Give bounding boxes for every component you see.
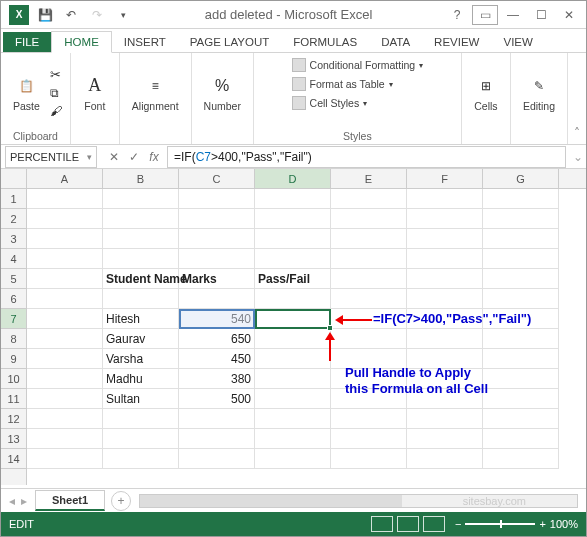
cell-D8[interactable]: [255, 329, 331, 349]
sheet-nav[interactable]: ◂▸: [1, 494, 35, 508]
row-header-3[interactable]: 3: [1, 229, 26, 249]
cell-G2[interactable]: [483, 209, 559, 229]
cell-E8[interactable]: [331, 329, 407, 349]
cell-A4[interactable]: [27, 249, 103, 269]
cell-A14[interactable]: [27, 449, 103, 469]
cell-F4[interactable]: [407, 249, 483, 269]
cell-G12[interactable]: [483, 409, 559, 429]
cell-B7[interactable]: Hitesh: [103, 309, 179, 329]
cell-B4[interactable]: [103, 249, 179, 269]
cell-B5[interactable]: Student Name: [103, 269, 179, 289]
cell-E11[interactable]: [331, 389, 407, 409]
horizontal-scrollbar[interactable]: [139, 494, 578, 508]
maximize-button[interactable]: ☐: [528, 5, 554, 25]
cell-F5[interactable]: [407, 269, 483, 289]
col-header-B[interactable]: B: [103, 169, 179, 188]
cell-G1[interactable]: [483, 189, 559, 209]
cell-A9[interactable]: [27, 349, 103, 369]
cell-G10[interactable]: [483, 369, 559, 389]
col-header-C[interactable]: C: [179, 169, 255, 188]
tab-insert[interactable]: INSERT: [112, 32, 178, 52]
cell-B12[interactable]: [103, 409, 179, 429]
cell-G5[interactable]: [483, 269, 559, 289]
cell-F1[interactable]: [407, 189, 483, 209]
cell-D7[interactable]: =IF(C7>400: [255, 309, 331, 329]
cell-A1[interactable]: [27, 189, 103, 209]
zoom-out-icon[interactable]: −: [455, 518, 461, 530]
cell-B13[interactable]: [103, 429, 179, 449]
cell-E5[interactable]: [331, 269, 407, 289]
cell-A2[interactable]: [27, 209, 103, 229]
row-header-6[interactable]: 6: [1, 289, 26, 309]
qat-dropdown-icon[interactable]: ▾: [113, 5, 133, 25]
cell-A7[interactable]: [27, 309, 103, 329]
cell-G7[interactable]: [483, 309, 559, 329]
cancel-formula-icon[interactable]: ✕: [105, 150, 123, 164]
cell-F2[interactable]: [407, 209, 483, 229]
col-header-F[interactable]: F: [407, 169, 483, 188]
cell-A13[interactable]: [27, 429, 103, 449]
cell-styles-button[interactable]: Cell Styles▾: [290, 95, 370, 111]
cell-B1[interactable]: [103, 189, 179, 209]
cell-F9[interactable]: [407, 349, 483, 369]
paste-button[interactable]: 📋 Paste: [9, 72, 44, 114]
cell-D13[interactable]: [255, 429, 331, 449]
cell-G4[interactable]: [483, 249, 559, 269]
row-header-1[interactable]: 1: [1, 189, 26, 209]
cell-E4[interactable]: [331, 249, 407, 269]
enter-formula-icon[interactable]: ✓: [125, 150, 143, 164]
row-header-9[interactable]: 9: [1, 349, 26, 369]
cell-F13[interactable]: [407, 429, 483, 449]
col-header-G[interactable]: G: [483, 169, 559, 188]
tab-home[interactable]: HOME: [51, 31, 112, 53]
cell-D10[interactable]: [255, 369, 331, 389]
cell-C3[interactable]: [179, 229, 255, 249]
row-header-4[interactable]: 4: [1, 249, 26, 269]
cell-G11[interactable]: [483, 389, 559, 409]
cell-A5[interactable]: [27, 269, 103, 289]
cell-G13[interactable]: [483, 429, 559, 449]
row-header-12[interactable]: 12: [1, 409, 26, 429]
pagebreak-view-button[interactable]: [423, 516, 445, 532]
format-as-table-button[interactable]: Format as Table▾: [290, 76, 395, 92]
tab-review[interactable]: REVIEW: [422, 32, 491, 52]
cell-E12[interactable]: [331, 409, 407, 429]
cell-E1[interactable]: [331, 189, 407, 209]
zoom-slider[interactable]: [465, 523, 535, 525]
new-sheet-button[interactable]: +: [111, 491, 131, 511]
cell-G6[interactable]: [483, 289, 559, 309]
cell-F14[interactable]: [407, 449, 483, 469]
cell-D5[interactable]: Pass/Fail: [255, 269, 331, 289]
cut-icon[interactable]: ✂: [50, 67, 62, 82]
zoom-control[interactable]: − + 100%: [455, 518, 578, 530]
cell-C1[interactable]: [179, 189, 255, 209]
cell-C12[interactable]: [179, 409, 255, 429]
row-header-2[interactable]: 2: [1, 209, 26, 229]
cell-D4[interactable]: [255, 249, 331, 269]
cell-B3[interactable]: [103, 229, 179, 249]
namebox-dropdown-icon[interactable]: ▾: [87, 152, 92, 162]
cell-A10[interactable]: [27, 369, 103, 389]
cell-C2[interactable]: [179, 209, 255, 229]
cell-G3[interactable]: [483, 229, 559, 249]
alignment-button[interactable]: ≡ Alignment: [128, 72, 183, 114]
cell-G9[interactable]: [483, 349, 559, 369]
cell-G8[interactable]: [483, 329, 559, 349]
cell-D3[interactable]: [255, 229, 331, 249]
cell-F8[interactable]: [407, 329, 483, 349]
row-header-7[interactable]: 7: [1, 309, 26, 329]
formula-input[interactable]: =IF(C7>400,"Pass","Fail"): [167, 146, 566, 168]
redo-icon[interactable]: ↷: [87, 5, 107, 25]
column-headers[interactable]: ABCDEFG: [27, 169, 586, 189]
cell-E14[interactable]: [331, 449, 407, 469]
cell-B11[interactable]: Sultan: [103, 389, 179, 409]
cell-D9[interactable]: [255, 349, 331, 369]
cell-D14[interactable]: [255, 449, 331, 469]
cell-D1[interactable]: [255, 189, 331, 209]
editing-button[interactable]: ✎ Editing: [519, 72, 559, 114]
copy-icon[interactable]: ⧉: [50, 86, 62, 100]
cell-C8[interactable]: 650: [179, 329, 255, 349]
cell-D12[interactable]: [255, 409, 331, 429]
normal-view-button[interactable]: [371, 516, 393, 532]
minimize-button[interactable]: —: [500, 5, 526, 25]
